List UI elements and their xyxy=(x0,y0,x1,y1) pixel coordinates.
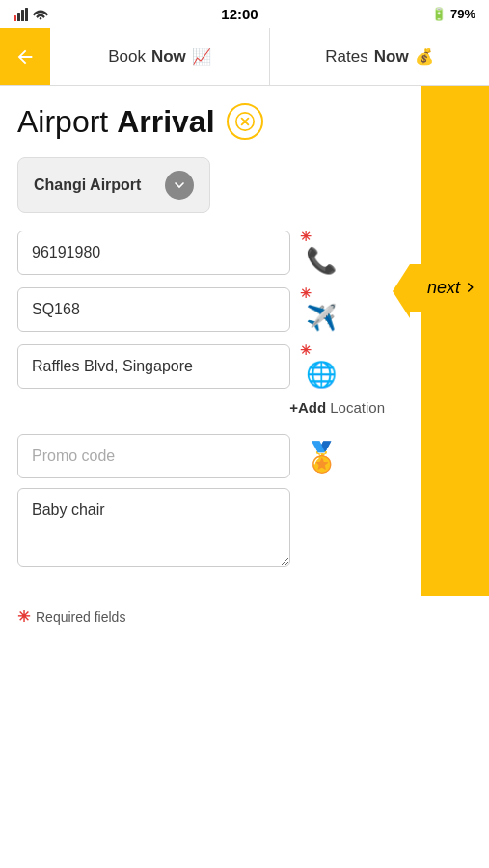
status-time: 12:00 xyxy=(221,6,258,22)
plane-icon: ✈️ xyxy=(306,303,337,333)
rates-label: Rates xyxy=(325,47,367,67)
status-signal xyxy=(14,8,48,21)
battery-percent: 79% xyxy=(450,7,475,21)
back-arrow-icon xyxy=(14,46,36,68)
special-requests-input[interactable]: Baby chair xyxy=(17,488,290,567)
status-battery: 🔋 79% xyxy=(431,7,475,21)
page-title: Airport Arrival xyxy=(17,103,472,140)
rates-now-label: Now xyxy=(374,47,409,67)
required-note: ✳ Required fields xyxy=(17,608,472,626)
svg-rect-0 xyxy=(14,15,16,21)
add-location-text: Location xyxy=(326,399,385,416)
location-icon: 🌐 xyxy=(306,360,337,390)
svg-point-4 xyxy=(40,17,41,19)
promo-input-row: 🏅 xyxy=(17,434,472,478)
close-button[interactable] xyxy=(227,103,263,140)
add-location-bold: +Add xyxy=(289,399,326,416)
svg-rect-3 xyxy=(25,8,28,21)
destination-input[interactable] xyxy=(17,344,290,389)
phone-input[interactable] xyxy=(17,231,290,275)
flight-input[interactable] xyxy=(17,287,290,332)
svg-rect-1 xyxy=(17,13,20,21)
phone-required-star: ✳ xyxy=(300,229,312,244)
flight-required-star: ✳ xyxy=(300,285,312,301)
title-prefix: Airport xyxy=(17,104,117,139)
svg-rect-2 xyxy=(21,10,24,21)
book-now-tab[interactable]: Book Now 📈 xyxy=(50,28,270,85)
main-content: Airport Arrival Changi Airport ✳ 📞 xyxy=(0,86,489,596)
chart-icon: 📈 xyxy=(192,47,211,66)
required-text: Required fields xyxy=(36,610,125,625)
phone-icon: 📞 xyxy=(306,246,337,276)
required-star-icon: ✳ xyxy=(17,608,30,626)
promo-input[interactable] xyxy=(17,434,290,478)
book-now-label: Now xyxy=(151,47,186,67)
special-requests-row: Baby chair xyxy=(17,488,472,567)
status-bar: 12:00 🔋 79% xyxy=(0,0,489,28)
header-nav: Book Now 📈 Rates Now 💰 xyxy=(0,28,489,86)
next-arrow-icon xyxy=(464,281,477,294)
destination-required-star: ✳ xyxy=(300,342,312,358)
add-location-row[interactable]: +Add Location xyxy=(17,399,472,417)
promo-icon-area: 🏅 xyxy=(300,440,342,474)
destination-input-row: ✳ 🌐 xyxy=(17,342,472,390)
book-label: Book xyxy=(108,47,146,67)
close-icon xyxy=(235,112,255,131)
next-label: next xyxy=(427,278,460,298)
money-bag-icon: 💰 xyxy=(415,47,434,66)
flight-icon-area: ✳ ✈️ xyxy=(300,285,342,333)
destination-icon-area: ✳ 🌐 xyxy=(300,342,342,390)
medal-icon: 🏅 xyxy=(304,440,340,474)
title-bold: Arrival xyxy=(117,104,214,139)
dropdown-chevron-icon xyxy=(165,171,194,200)
phone-icon-area: ✳ 📞 xyxy=(300,229,342,276)
airport-dropdown[interactable]: Changi Airport xyxy=(17,157,210,213)
footer: ✳ Required fields xyxy=(0,596,489,641)
back-button[interactable] xyxy=(0,28,50,85)
airport-dropdown-value: Changi Airport xyxy=(34,176,141,194)
battery-icon: 🔋 xyxy=(431,7,447,21)
next-button[interactable]: next xyxy=(410,264,489,312)
rates-now-tab[interactable]: Rates Now 💰 xyxy=(270,28,489,85)
